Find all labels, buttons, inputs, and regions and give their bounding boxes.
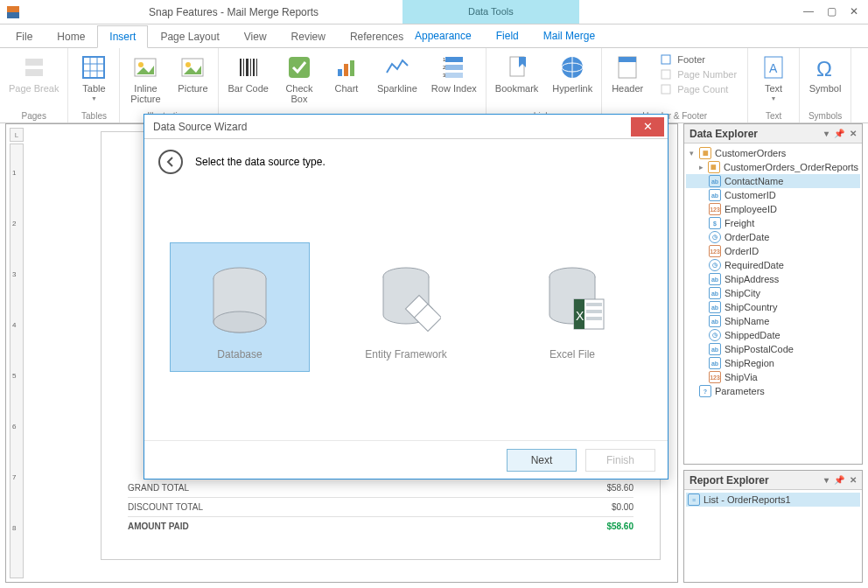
- menubar: FileHomeInsertPage LayoutViewReviewRefer…: [0, 24, 868, 48]
- svg-rect-52: [586, 317, 602, 320]
- menu-tab-home[interactable]: Home: [45, 25, 97, 48]
- context-tab-appearance[interactable]: Appearance: [402, 24, 484, 46]
- menu-tab-file[interactable]: File: [4, 25, 45, 48]
- entity-framework-icon: [371, 261, 441, 340]
- wizard-option-excel-file[interactable]: XExcel File: [502, 243, 642, 371]
- report-list-item[interactable]: ≡ List - OrderReports1: [686, 493, 860, 507]
- svg-rect-13: [240, 59, 242, 76]
- ribbon-group-pages: Page BreakPages: [0, 48, 68, 122]
- maximize-button[interactable]: ▢: [821, 2, 842, 21]
- svg-rect-22: [350, 60, 354, 76]
- svg-rect-16: [250, 59, 251, 76]
- svg-rect-37: [662, 85, 670, 94]
- tree-field-orderdate[interactable]: ◷OrderDate: [686, 230, 860, 244]
- ribbon-table-button[interactable]: Table▼: [75, 52, 112, 103]
- panel-menu-icon[interactable]: ▾: [824, 129, 829, 138]
- tree-field-shipname[interactable]: abShipName: [686, 314, 860, 328]
- tree-root[interactable]: ▾▦CustomerOrders: [686, 146, 860, 160]
- ribbon-group-illustrations: Inline PicturePictureIllustrations: [120, 48, 219, 122]
- page-break-icon: [20, 53, 48, 81]
- tree-field-shippeddate[interactable]: ◷ShippedDate: [686, 328, 860, 342]
- tree-field-shipregion[interactable]: abShipRegion: [686, 356, 860, 370]
- database-icon: [205, 261, 275, 340]
- tree-field-shipaddress[interactable]: abShipAddress: [686, 272, 860, 286]
- tree-child-table[interactable]: ▸▦CustomerOrders_OrderReports: [686, 160, 860, 174]
- total-row: GRAND TOTAL$58.60: [128, 479, 634, 498]
- panel-close-icon[interactable]: ✕: [850, 475, 857, 485]
- context-tab-mail-merge[interactable]: Mail Merge: [531, 24, 607, 46]
- ribbon-hyperlink-button[interactable]: Hyperlink: [550, 52, 594, 95]
- ribbon-footer-button[interactable]: Footer: [660, 53, 737, 66]
- tree-field-customerid[interactable]: abCustomerID: [686, 188, 860, 202]
- ribbon-bookmark-button[interactable]: Bookmark: [494, 52, 541, 95]
- ribbon-group-tables: Table▼Tables: [68, 48, 120, 122]
- tree-field-shippostalcode[interactable]: abShipPostalCode: [686, 342, 860, 356]
- ribbon-group-symbols: ΩSymbolSymbols: [800, 48, 851, 122]
- tree-field-contactname[interactable]: abContactName: [686, 174, 860, 188]
- wizard-close-button[interactable]: ✕: [631, 117, 664, 136]
- tree-field-requireddate[interactable]: ◷RequiredDate: [686, 258, 860, 272]
- svg-rect-21: [344, 64, 348, 76]
- context-tab-field[interactable]: Field: [484, 24, 531, 46]
- wizard-back-button[interactable]: [158, 150, 183, 174]
- menu-tab-review[interactable]: Review: [279, 25, 338, 48]
- ribbon-text-button[interactable]: AText▼: [755, 52, 792, 103]
- ribbon-group-links: BookmarkHyperlinkLinks: [486, 48, 602, 122]
- menu-tab-insert[interactable]: Insert: [97, 25, 148, 48]
- wizard-subtitle: Select the data source type.: [195, 156, 326, 168]
- tree-field-freight[interactable]: $Freight: [686, 216, 860, 230]
- footer-icon: [660, 53, 672, 66]
- ribbon-chart-button[interactable]: Chart: [328, 52, 365, 95]
- ribbon-inline-picture-button[interactable]: Inline Picture: [127, 52, 164, 106]
- svg-rect-15: [246, 59, 248, 76]
- svg-rect-3: [25, 69, 43, 76]
- ribbon-barcode-button[interactable]: Bar Code: [226, 52, 270, 95]
- svg-rect-35: [662, 55, 670, 64]
- tree-parameters[interactable]: ?Parameters: [686, 384, 860, 398]
- sparkline-icon: [383, 53, 411, 81]
- ribbon-checkbox-button[interactable]: Check Box: [281, 52, 318, 106]
- ribbon-rowindex-button[interactable]: 123Row Index: [430, 52, 479, 95]
- wizard-option-entity-framework[interactable]: Entity Framework: [336, 243, 476, 371]
- minimize-button[interactable]: —: [798, 2, 819, 21]
- ribbon-picture-button[interactable]: Picture: [174, 52, 211, 95]
- rowindex-icon: 123: [440, 53, 468, 81]
- total-row: AMOUNT PAID$58.60: [128, 517, 634, 536]
- svg-text:Ω: Ω: [816, 57, 832, 80]
- svg-rect-17: [253, 59, 255, 76]
- svg-rect-23: [445, 57, 463, 62]
- tree-field-shipcity[interactable]: abShipCity: [686, 286, 860, 300]
- app-icon: [5, 4, 21, 20]
- picture-icon: [178, 53, 206, 81]
- ribbon-symbol-button[interactable]: ΩSymbol: [807, 52, 844, 95]
- ribbon-header-button[interactable]: Header: [609, 52, 646, 95]
- vertical-ruler: 1 2 3 4 5 6 7 8: [10, 144, 24, 578]
- wizard-next-button[interactable]: Next: [507, 449, 577, 472]
- tree-field-employeeid[interactable]: 123EmployeeID: [686, 202, 860, 216]
- ribbon-pagecount-button: Page Count: [660, 83, 737, 95]
- svg-rect-4: [83, 57, 104, 78]
- header-icon: [613, 53, 641, 81]
- svg-rect-2: [25, 59, 43, 66]
- wizard-finish-button: Finish: [585, 449, 655, 472]
- menu-tab-page-layout[interactable]: Page Layout: [148, 25, 231, 48]
- ribbon-sparkline-button[interactable]: Sparkline: [375, 52, 419, 95]
- table-icon: [80, 53, 108, 81]
- report-explorer-title: Report Explorer: [690, 474, 769, 486]
- ribbon-page-break-button: Page Break: [7, 52, 60, 95]
- close-button[interactable]: ✕: [844, 2, 864, 21]
- panel-close-icon[interactable]: ✕: [850, 129, 857, 138]
- panel-pin-icon[interactable]: 📌: [834, 129, 844, 138]
- excel-file-icon: X: [537, 261, 607, 340]
- tree-field-shipvia[interactable]: 123ShipVia: [686, 370, 860, 384]
- svg-rect-14: [243, 59, 244, 76]
- wizard-option-database[interactable]: Database: [170, 242, 310, 372]
- tree-field-shipcountry[interactable]: abShipCountry: [686, 300, 860, 314]
- panel-menu-icon[interactable]: ▾: [824, 475, 829, 485]
- menu-tab-view[interactable]: View: [232, 25, 279, 48]
- svg-rect-25: [445, 73, 463, 78]
- panel-pin-icon[interactable]: 📌: [834, 475, 844, 485]
- data-explorer-title: Data Explorer: [690, 128, 758, 140]
- tree-field-orderid[interactable]: 123OrderID: [686, 244, 860, 258]
- ribbon: Page BreakPagesTable▼TablesInline Pictur…: [0, 48, 868, 123]
